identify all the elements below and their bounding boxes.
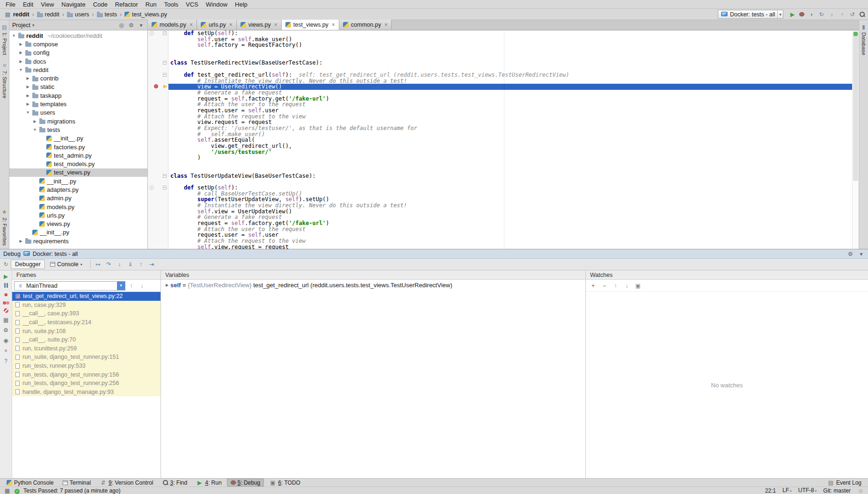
tree-toggle-icon[interactable]: ▶ xyxy=(18,239,23,243)
step-out-icon[interactable]: ↑ xyxy=(138,261,145,268)
restore-layout-icon[interactable]: ▦ xyxy=(2,316,9,323)
gutter-line[interactable] xyxy=(148,143,168,149)
tree-toggle-icon[interactable]: ▼ xyxy=(11,34,16,38)
breadcrumb-test-views-py[interactable]: test_views.py xyxy=(123,11,168,18)
run-configuration-select[interactable]: Docker: tests - all ▾ xyxy=(718,10,783,19)
editor-scrollbar[interactable] xyxy=(853,31,858,181)
gutter-line[interactable] xyxy=(148,78,168,84)
code-editor[interactable]: ↑−−−−↑− def setUp(self): self.user = sel… xyxy=(148,30,859,249)
remove-watch-icon[interactable]: − xyxy=(601,282,608,289)
tree-item-tests[interactable]: ▼tests xyxy=(9,125,147,134)
hide-icon[interactable]: ▾ xyxy=(858,250,865,257)
tree-item-taskapp[interactable]: ▶taskapp xyxy=(9,91,147,100)
gutter-line[interactable] xyxy=(148,191,168,197)
tree-toggle-icon[interactable]: ▶ xyxy=(25,76,30,80)
toolwindow-button-version-control[interactable]: ⇵9: Version Control xyxy=(96,479,157,487)
gutter-line[interactable] xyxy=(148,179,168,185)
gutter-line[interactable] xyxy=(148,220,168,226)
menu-help[interactable]: Help xyxy=(231,1,251,8)
tree-item-users[interactable]: ▼users xyxy=(9,109,147,117)
resume-icon[interactable]: ▶ xyxy=(2,273,9,280)
frame-item[interactable]: __call__, suite.py:70 xyxy=(12,335,160,344)
editor-gutter[interactable]: ↑−−−−↑− xyxy=(148,30,168,249)
pause-icon[interactable] xyxy=(4,283,8,288)
editor-tab-models-py[interactable]: models.py× xyxy=(148,20,197,30)
frame-item[interactable]: run_suite, django_test_runner.py:151 xyxy=(12,353,160,362)
tree-item-adapters-py[interactable]: adapters.py xyxy=(9,185,147,194)
tree-item-reddit[interactable]: ▼reddit xyxy=(9,65,147,74)
fold-marker-icon[interactable]: − xyxy=(163,31,167,35)
gutter-line[interactable] xyxy=(148,137,168,143)
git-branch[interactable]: Git: master xyxy=(823,487,851,494)
gutter-line[interactable] xyxy=(148,209,168,215)
force-step-into-icon[interactable]: ⇓ xyxy=(127,261,134,268)
settings-icon[interactable]: ⚙ xyxy=(128,22,135,29)
gutter-line[interactable] xyxy=(148,149,168,155)
step-over-icon[interactable]: ↷ xyxy=(105,261,112,268)
breakpoint-icon[interactable] xyxy=(154,84,158,88)
gutter-line[interactable]: ↑− xyxy=(148,185,168,191)
frame-item[interactable]: run_tests, django_test_runner.py:256 xyxy=(12,379,160,388)
tree-item-views-py[interactable]: views.py xyxy=(9,220,147,228)
toolwindow-stripe-project[interactable]: ▤1: Project xyxy=(0,20,8,58)
tree-item-test-views-py[interactable]: test_views.py xyxy=(9,168,147,177)
menu-vcs[interactable]: VCS xyxy=(182,1,202,8)
frame-item[interactable]: run, suite.py:108 xyxy=(12,327,160,335)
menu-navigate[interactable]: Navigate xyxy=(58,1,89,8)
variable-row[interactable]: ▶ self = {TestUserRedirectView} test_get… xyxy=(161,280,585,290)
gutter-line[interactable] xyxy=(148,114,168,120)
tree-item-reddit[interactable]: ▼reddit ~/cookiecutter/reddit xyxy=(9,31,147,40)
menu-tools[interactable]: Tools xyxy=(160,1,182,8)
locate-icon[interactable]: ◎ xyxy=(118,22,125,29)
menu-edit[interactable]: Edit xyxy=(19,1,37,8)
toolwindow-button-python-console[interactable]: Python Console xyxy=(3,479,58,487)
pin-icon[interactable]: ◉ xyxy=(2,337,9,344)
tree-toggle-icon[interactable]: ▼ xyxy=(18,68,23,72)
toolwindow-button-todo[interactable]: ▣6: TODO xyxy=(265,479,304,487)
expand-icon[interactable]: ▶ xyxy=(164,283,170,287)
gutter-line[interactable] xyxy=(148,108,168,114)
move-down-icon[interactable]: ↓ xyxy=(623,282,630,289)
gutter-line[interactable] xyxy=(148,102,168,108)
tree-item-test-admin-py[interactable]: test_admin.py xyxy=(9,151,147,160)
tree-item-models-py[interactable]: models.py xyxy=(9,203,147,211)
error-stripe[interactable] xyxy=(852,30,859,249)
mute-breakpoints-icon[interactable] xyxy=(4,308,8,313)
toolwindow-button-event-log[interactable]: ▤Event Log xyxy=(824,479,865,487)
next-frame-icon[interactable]: ↓ xyxy=(139,282,146,289)
chevron-down-icon[interactable]: ▼ xyxy=(117,282,125,290)
gutter-line[interactable] xyxy=(148,244,168,249)
toolwindow-stripe-database[interactable]: ▮Database xyxy=(860,20,868,58)
frame-item[interactable]: __call__, case.py:393 xyxy=(12,309,160,318)
editor-tab-views-py[interactable]: views.py× xyxy=(237,20,282,30)
gutter-line[interactable] xyxy=(148,226,168,232)
caret-position[interactable]: 22:1 xyxy=(765,487,776,494)
sync-icon[interactable]: ↻ xyxy=(818,11,825,18)
gutter-line[interactable] xyxy=(148,238,168,244)
tree-item-templates[interactable]: ▶templates xyxy=(9,100,147,108)
gutter-line[interactable] xyxy=(148,196,168,203)
menu-view[interactable]: View xyxy=(37,1,58,8)
menu-code[interactable]: Code xyxy=(89,1,111,8)
close-tab-icon[interactable]: × xyxy=(190,22,193,28)
editor-tab-urls-py[interactable]: urls.py× xyxy=(197,20,237,30)
gutter-line[interactable] xyxy=(148,84,168,90)
breadcrumb-users[interactable]: users xyxy=(66,11,91,18)
tree-toggle-icon[interactable]: ▶ xyxy=(25,94,30,98)
gutter-line[interactable]: − xyxy=(148,60,168,66)
gutter-line[interactable] xyxy=(148,54,168,60)
chevron-down-icon[interactable]: ▾ xyxy=(32,23,35,28)
toolwindow-button-find[interactable]: 3: Find xyxy=(159,479,191,487)
tree-toggle-icon[interactable]: ▶ xyxy=(18,42,23,46)
vcs-update-icon[interactable]: ↓ xyxy=(828,11,835,18)
toolwindow-stripe-favorites[interactable]: ★2: Favorites xyxy=(0,205,8,249)
override-marker-icon[interactable]: ↑ xyxy=(149,185,154,190)
copy-icon[interactable]: ▣ xyxy=(635,282,642,289)
gutter-line[interactable] xyxy=(148,90,168,96)
debug-tab-console[interactable]: Console▾ xyxy=(46,260,87,269)
tree-item-init-py[interactable]: __init__.py xyxy=(9,228,147,237)
breadcrumb-tests[interactable]: tests xyxy=(95,11,118,18)
stop-icon[interactable]: ■ xyxy=(2,291,9,298)
tree-item-migrations[interactable]: ▶migrations xyxy=(9,117,147,125)
hector-icon[interactable]: ☺ xyxy=(857,487,864,494)
